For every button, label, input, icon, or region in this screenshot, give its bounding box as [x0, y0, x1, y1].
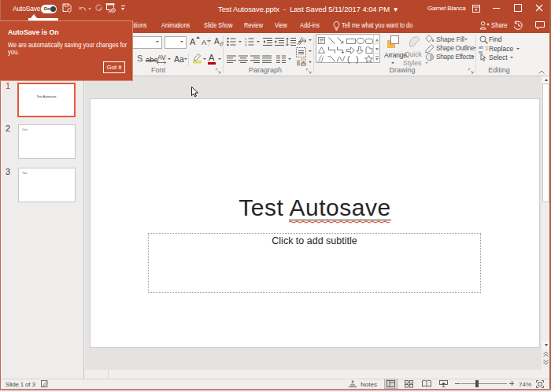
- svg-text:3: 3: [245, 43, 247, 47]
